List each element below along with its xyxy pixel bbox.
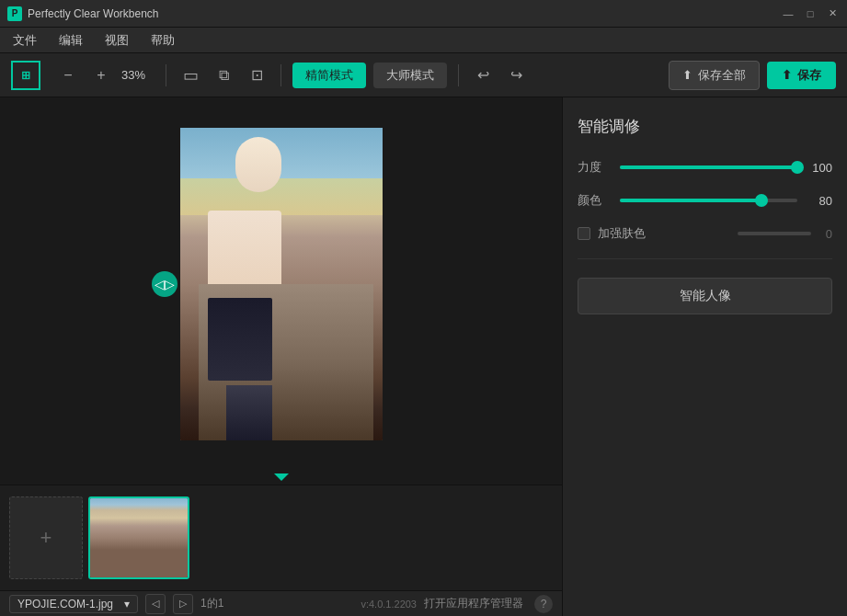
- color-control: 颜色 80: [578, 192, 832, 209]
- prev-page-button[interactable]: ◁: [145, 594, 166, 614]
- image-container: ◁▷: [0, 97, 562, 470]
- file-selector[interactable]: YPOJIE.COM-1.jpg ▾: [9, 595, 138, 613]
- color-value: 80: [807, 194, 832, 208]
- skin-slider[interactable]: [738, 232, 811, 235]
- master-mode-button[interactable]: 大师模式: [373, 63, 447, 88]
- strength-slider[interactable]: [620, 165, 797, 169]
- window-controls: — □ ✕: [781, 6, 840, 21]
- bottom-bar: YPOJIE.COM-1.jpg ▾ ◁ ▷ 1的1 v:4.0.1.2203 …: [0, 590, 562, 616]
- zoom-in-button[interactable]: +: [88, 63, 114, 88]
- main-image: [180, 128, 383, 440]
- color-thumb: [755, 194, 768, 207]
- strength-thumb: [791, 161, 804, 174]
- help-button[interactable]: ?: [534, 595, 553, 613]
- save-all-icon: ⬆: [682, 68, 692, 82]
- main-area: ◁▷ + YPOJIE.COM-1.jpg YPOJIE.COM-1.jpg ▾…: [0, 97, 847, 616]
- strength-fill: [620, 165, 797, 169]
- save-all-label: 保存全部: [698, 67, 746, 84]
- filmstrip: + YPOJIE.COM-1.jpg: [0, 485, 562, 590]
- panel-title: 智能调修: [578, 116, 832, 137]
- page-info: 1的1: [200, 596, 223, 611]
- toolbar-separator-2: [280, 64, 281, 86]
- toolbar-separator-3: [458, 64, 459, 86]
- prev-icon: ◁▷: [155, 277, 175, 291]
- app-icon: P: [7, 6, 22, 21]
- menu-help[interactable]: 帮助: [147, 30, 178, 51]
- skin-checkbox[interactable]: [578, 227, 590, 240]
- skin-value: 0: [826, 227, 832, 241]
- active-indicator: [0, 470, 562, 485]
- menu-view[interactable]: 视图: [101, 30, 132, 51]
- strength-value: 100: [807, 161, 832, 175]
- frame-button[interactable]: ▭: [177, 63, 203, 88]
- color-label: 颜色: [578, 192, 611, 209]
- toolbar-separator-1: [166, 64, 166, 86]
- crop-button[interactable]: ⊡: [244, 63, 269, 88]
- maximize-button[interactable]: □: [803, 6, 818, 21]
- strength-control: 力度 100: [578, 159, 832, 176]
- title-bar: P Perfectly Clear Workbench — □ ✕: [0, 0, 847, 28]
- menu-edit[interactable]: 编辑: [55, 30, 86, 51]
- save-label: 保存: [797, 67, 821, 84]
- right-panel: 智能调修 力度 100 颜色 80 加强肤色 0: [562, 97, 847, 616]
- add-icon: +: [40, 526, 52, 550]
- color-fill: [620, 199, 761, 202]
- film-item-1[interactable]: YPOJIE.COM-1.jpg: [88, 496, 189, 579]
- close-button[interactable]: ✕: [825, 6, 840, 21]
- film-image-1: [90, 498, 188, 577]
- canvas-area: ◁▷ + YPOJIE.COM-1.jpg YPOJIE.COM-1.jpg ▾…: [0, 97, 562, 616]
- strength-label: 力度: [578, 159, 611, 176]
- next-page-button[interactable]: ▷: [173, 594, 193, 614]
- app-title: Perfectly Clear Workbench: [28, 7, 781, 20]
- minimize-button[interactable]: —: [781, 6, 795, 21]
- panel-divider: [578, 258, 832, 259]
- open-manager-button[interactable]: 打开应用程序管理器: [424, 596, 523, 611]
- dropdown-icon: ▾: [124, 598, 130, 610]
- redo-button[interactable]: ↪: [503, 63, 529, 88]
- skin-control: 加强肤色 0: [578, 225, 832, 242]
- toolbar: ⊞ − + 33% ▭ ⧉ ⊡ 精简模式 大师模式 ↩ ↪ ⬆ 保存全部 ⬆ 保…: [0, 53, 847, 97]
- zoom-out-button[interactable]: −: [55, 63, 81, 88]
- skin-label: 加强肤色: [598, 225, 730, 242]
- split-button[interactable]: ⧉: [211, 63, 236, 88]
- save-all-button[interactable]: ⬆ 保存全部: [669, 61, 760, 90]
- add-image-button[interactable]: +: [9, 496, 83, 579]
- save-icon: ⬆: [782, 68, 792, 82]
- simple-mode-button[interactable]: 精简模式: [292, 63, 366, 88]
- version-info: v:4.0.1.2203: [361, 599, 417, 610]
- app-logo: ⊞: [11, 61, 40, 90]
- menu-bar: 文件 编辑 视图 帮助: [0, 28, 847, 53]
- save-button[interactable]: ⬆ 保存: [767, 62, 836, 89]
- prev-image-button[interactable]: ◁▷: [152, 271, 177, 297]
- zoom-level: 33%: [121, 68, 155, 82]
- portrait-button[interactable]: 智能人像: [578, 278, 832, 314]
- menu-file[interactable]: 文件: [9, 30, 40, 51]
- undo-button[interactable]: ↩: [470, 63, 496, 88]
- color-slider[interactable]: [620, 199, 797, 202]
- file-name: YPOJIE.COM-1.jpg: [17, 598, 113, 610]
